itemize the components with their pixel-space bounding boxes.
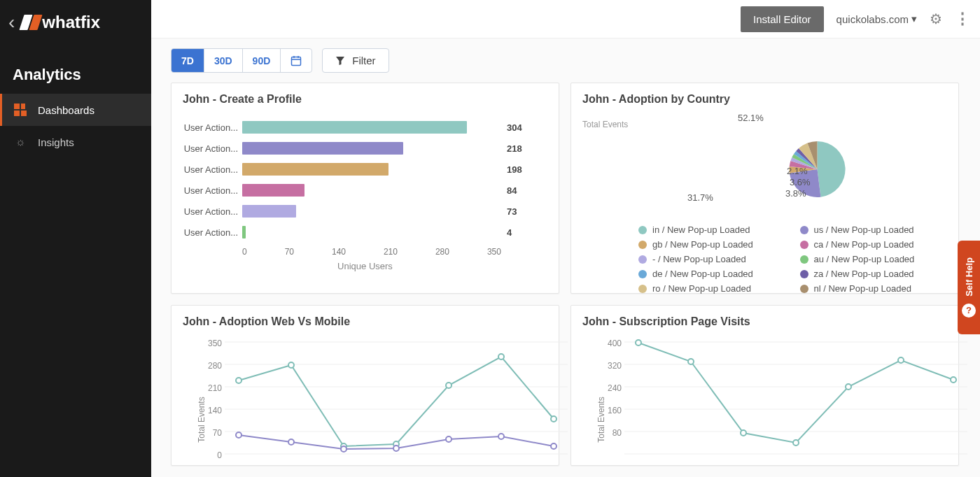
- logo-mark-icon: [22, 15, 41, 30]
- legend-item: in / New Pop-up Loaded: [638, 225, 786, 235]
- range-7d-button[interactable]: 7D: [172, 49, 204, 72]
- main-area: Install Editor quickolabs.com ▾ ⚙ ⋮ 7D 3…: [151, 0, 980, 477]
- sidebar: ‹ whatfix Analytics Dashboards ☼ Insight…: [0, 0, 151, 477]
- self-help-label: Self Help: [964, 257, 974, 297]
- filter-button[interactable]: Filter: [322, 48, 388, 73]
- pie-slice-label: 2.1%: [787, 166, 808, 176]
- svg-point-15: [498, 354, 504, 359]
- svg-point-31: [688, 359, 694, 364]
- sidebar-item-dashboards[interactable]: Dashboards: [0, 94, 151, 126]
- svg-rect-0: [292, 57, 301, 65]
- card-title: John - Adoption Web Vs Mobile: [183, 315, 547, 328]
- svg-point-32: [741, 430, 746, 436]
- legend-item: za / New Pop-up Loaded: [800, 269, 948, 279]
- line-chart: Total Events 40032024016080: [582, 339, 947, 461]
- sidebar-item-label: Insights: [38, 136, 74, 148]
- svg-point-30: [636, 340, 641, 346]
- dashboard-grid: John - Create a Profile User Action...30…: [151, 83, 980, 466]
- pie-slice-label: 3.8%: [785, 188, 806, 199]
- legend-item: gb / New Pop-up Loaded: [638, 239, 786, 250]
- calendar-icon: [290, 55, 302, 66]
- svg-point-17: [236, 432, 241, 438]
- brand-logo[interactable]: whatfix: [22, 13, 100, 32]
- date-range-segmented: 7D 30D 90D: [171, 48, 312, 73]
- svg-point-14: [446, 383, 451, 388]
- bar-row: User Action...218: [183, 138, 547, 159]
- y-axis-ticks: 350280210140700: [201, 339, 222, 474]
- card-subscription-visits: John - Subscription Page Visits Total Ev…: [570, 305, 959, 466]
- x-axis-ticks: 070140210280350: [242, 243, 501, 257]
- range-90d-button[interactable]: 90D: [243, 49, 281, 72]
- pie-slice-label: 52.1%: [738, 113, 764, 123]
- pie-chart: 52.1% 31.7% 2.1% 3.6% 3.8%: [666, 117, 947, 215]
- lightbulb-icon: ☼: [14, 136, 27, 148]
- line-chart: Total Events 350280210140700: [183, 339, 547, 461]
- settings-gear-icon[interactable]: ⚙: [930, 10, 942, 27]
- legend-item: nl / New Pop-up Loaded: [800, 283, 948, 294]
- card-title: John - Create a Profile: [183, 93, 547, 106]
- pie-legend: in / New Pop-up Loaded us / New Pop-up L…: [582, 225, 947, 294]
- svg-point-19: [341, 446, 346, 452]
- topbar: Install Editor quickolabs.com ▾ ⚙ ⋮: [151, 0, 980, 38]
- back-icon[interactable]: ‹: [8, 13, 15, 32]
- svg-point-18: [288, 439, 294, 445]
- bar-chart: User Action...304 User Action...218 User…: [183, 117, 547, 271]
- caret-down-icon: ▾: [911, 13, 917, 25]
- svg-point-10: [236, 378, 241, 383]
- svg-point-11: [288, 362, 294, 368]
- domain-label: quickolabs.com: [836, 13, 909, 25]
- bar-row: User Action...73: [183, 201, 547, 222]
- funnel-icon: [335, 56, 345, 66]
- self-help-tab[interactable]: Self Help ?: [958, 241, 980, 334]
- svg-point-22: [498, 434, 504, 439]
- legend-item: au / New Pop-up Loaded: [800, 254, 948, 264]
- card-adoption-country: John - Adoption by Country Total Events: [570, 83, 959, 294]
- legend-item: ro / New Pop-up Loaded: [638, 283, 786, 294]
- legend-item: de / New Pop-up Loaded: [638, 269, 786, 279]
- svg-point-20: [393, 446, 399, 451]
- svg-point-36: [951, 377, 956, 383]
- filter-label: Filter: [352, 55, 375, 66]
- pie-slice-label: 3.6%: [790, 177, 811, 187]
- dashboard-icon: [14, 104, 27, 116]
- bar-row: User Action...4: [183, 222, 547, 243]
- svg-point-21: [446, 436, 451, 442]
- help-question-icon: ?: [962, 304, 976, 318]
- y-axis-ticks: 40032024016080: [601, 339, 622, 474]
- section-title: Analytics: [0, 45, 151, 94]
- bar-row: User Action...304: [183, 117, 547, 138]
- svg-point-23: [551, 443, 556, 449]
- pie-meta-label: Total Events: [582, 117, 666, 215]
- x-axis-label: Unique Users: [183, 261, 547, 271]
- pie-slice-label: 31.7%: [687, 192, 713, 203]
- card-create-profile: John - Create a Profile User Action...30…: [171, 83, 559, 294]
- install-editor-button[interactable]: Install Editor: [741, 6, 824, 32]
- svg-point-34: [846, 384, 851, 390]
- range-30d-button[interactable]: 30D: [204, 49, 243, 72]
- calendar-button[interactable]: [281, 49, 312, 72]
- svg-point-33: [793, 440, 799, 446]
- bar-row: User Action...198: [183, 159, 547, 180]
- legend-item: - / New Pop-up Loaded: [638, 254, 786, 264]
- bar-row: User Action...84: [183, 180, 547, 201]
- more-menu-icon[interactable]: ⋮: [955, 10, 970, 28]
- svg-point-16: [551, 416, 556, 422]
- domain-selector[interactable]: quickolabs.com ▾: [836, 13, 917, 25]
- card-title: John - Adoption by Country: [582, 93, 947, 106]
- legend-item: us / New Pop-up Loaded: [800, 225, 948, 235]
- svg-point-35: [898, 357, 904, 363]
- legend-item: ca / New Pop-up Loaded: [800, 239, 948, 250]
- sidebar-item-label: Dashboards: [38, 104, 94, 116]
- sidebar-item-insights[interactable]: ☼ Insights: [0, 126, 151, 158]
- card-web-vs-mobile: John - Adoption Web Vs Mobile Total Even…: [171, 305, 559, 466]
- card-title: John - Subscription Page Visits: [582, 315, 947, 328]
- toolbar: 7D 30D 90D Filter: [151, 38, 980, 83]
